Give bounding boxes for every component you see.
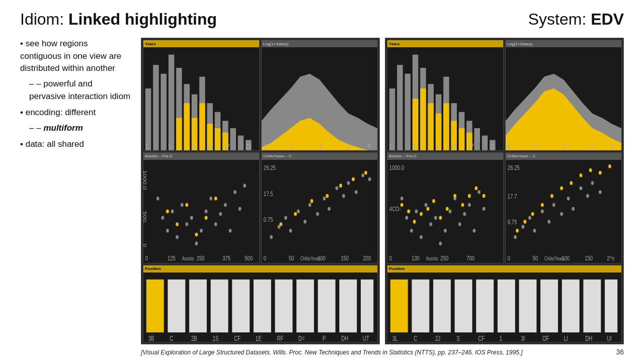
svg-text:125: 125 (168, 254, 176, 261)
svg-rect-0 (145, 88, 151, 150)
svg-point-55 (185, 203, 188, 207)
bullet-1-sub: – powerful and pervasive interaction idi… (29, 78, 131, 103)
svg-text:3B: 3B (148, 334, 154, 342)
edv-panels: Years (141, 38, 624, 344)
svg-text:1: 1 (389, 142, 392, 150)
svg-point-166 (444, 229, 447, 233)
svg-text:1000.0: 1000.0 (143, 170, 148, 190)
right-chits-body: 0 50 100 150 2^n 26.25 17.7 6.75 CHits/Y… (506, 160, 621, 263)
svg-point-52 (243, 184, 246, 188)
svg-rect-14 (176, 118, 182, 150)
svg-text:26.25: 26.25 (508, 164, 520, 171)
svg-text:DH: DH (341, 334, 348, 342)
svg-text:6: 6 (564, 142, 566, 150)
svg-point-184 (461, 203, 464, 207)
left-years-label: Years (145, 42, 155, 46)
svg-rect-124 (405, 74, 411, 150)
svg-point-70 (284, 216, 287, 220)
svg-rect-1 (153, 65, 159, 150)
svg-text:9: 9 (436, 142, 438, 150)
svg-text:500: 500 (245, 254, 253, 261)
svg-point-171 (468, 203, 471, 207)
left-salary-header: Log(1+Salary) (262, 40, 377, 47)
svg-point-88 (339, 184, 342, 188)
svg-rect-100 (146, 279, 164, 332)
svg-rect-237 (562, 279, 580, 332)
svg-point-78 (336, 186, 339, 190)
svg-point-216 (580, 173, 583, 177)
svg-point-174 (482, 207, 486, 211)
svg-point-169 (458, 222, 461, 226)
svg-rect-123 (397, 65, 403, 150)
svg-text:CF: CF (478, 334, 485, 342)
svg-text:500.: 500. (143, 211, 148, 224)
left-assists-label: Assists – Put.O (145, 154, 173, 158)
svg-text:200: 200 (363, 254, 371, 261)
svg-rect-122 (389, 88, 395, 150)
svg-text:CHits/Years: CHits/Years (300, 255, 321, 261)
svg-point-72 (297, 209, 300, 213)
svg-point-36 (166, 229, 169, 233)
svg-text:5: 5 (169, 142, 171, 150)
svg-text:9: 9 (368, 142, 370, 150)
svg-text:3I: 3I (521, 334, 525, 342)
svg-point-47 (219, 212, 222, 216)
svg-point-217 (589, 168, 592, 172)
svg-text:4CO-: 4CO- (389, 206, 401, 213)
svg-point-75 (316, 212, 319, 216)
right-assists-body: 0 130 250 700 1000.0 4CO- Assists (387, 160, 503, 263)
right-position-body: 3L C 2J S_ CF 1_ 3I OF LI DH UI (387, 273, 621, 342)
bullet-3: data: all shared (20, 138, 131, 151)
left-chits-body: 0 50 100 150 200 26.25 17.5 0.75 CHits/Y… (262, 160, 377, 263)
svg-point-183 (453, 194, 456, 198)
right-years-header: Years (387, 40, 503, 47)
svg-point-41 (190, 216, 193, 220)
right-assists-label: Assists – Put.O (389, 154, 417, 158)
svg-point-205 (580, 186, 583, 190)
svg-rect-238 (583, 279, 601, 332)
svg-point-80 (347, 181, 350, 185)
svg-point-203 (567, 197, 570, 201)
svg-point-204 (572, 207, 575, 211)
left-chits-chart: 0 50 100 150 200 26.25 17.5 0.75 CHits/Y… (262, 160, 377, 263)
svg-point-79 (342, 194, 345, 198)
svg-text:2J: 2J (435, 334, 440, 342)
svg-point-177 (413, 220, 416, 224)
svg-text:4: 4 (291, 142, 293, 150)
svg-point-39 (181, 203, 184, 207)
svg-rect-134 (482, 136, 488, 150)
svg-point-161 (420, 235, 423, 239)
left-position-header: Position (143, 265, 377, 273)
svg-point-37 (171, 209, 174, 213)
svg-text:13: 13 (207, 142, 213, 150)
svg-point-86 (310, 199, 313, 203)
svg-text:6: 6 (319, 142, 322, 150)
svg-text:UT: UT (363, 334, 369, 342)
svg-point-167 (449, 209, 452, 213)
right-years-panel: Years (387, 40, 504, 151)
svg-point-164 (434, 216, 437, 220)
edv-group-right: Years (385, 38, 624, 344)
left-assists-header: Assists – Put.O (143, 153, 259, 160)
left-text-panel: see how regions contiguous in one view a… (20, 38, 131, 357)
left-chits-panel: CHits/Years – C (261, 152, 378, 263)
svg-point-87 (326, 194, 329, 198)
page-number: 36 (616, 348, 624, 356)
svg-rect-137 (420, 88, 426, 150)
svg-text:250: 250 (196, 254, 204, 261)
multiform-text: multiform (43, 123, 83, 133)
svg-rect-101 (168, 279, 185, 332)
svg-rect-235 (519, 279, 537, 332)
svg-text:CHits/Years: CHits/Years (544, 255, 565, 261)
svg-rect-233 (476, 279, 494, 332)
svg-point-176 (407, 209, 410, 213)
svg-point-162 (425, 203, 428, 207)
citation: [Visual Exploration of Large Structured … (141, 348, 624, 357)
svg-text:50: 50 (289, 254, 294, 261)
svg-point-50 (233, 190, 236, 194)
svg-point-182 (446, 207, 449, 211)
bullet-2: encoding: different – multiform (20, 107, 131, 134)
svg-text:7: 7 (591, 142, 593, 150)
svg-point-54 (176, 222, 179, 226)
svg-text:130: 130 (412, 254, 420, 261)
